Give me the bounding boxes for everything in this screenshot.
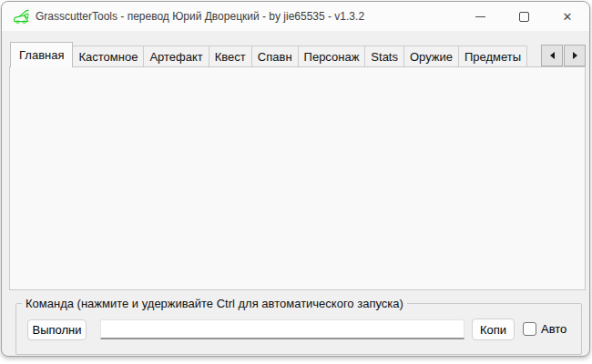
maximize-button[interactable] <box>505 2 543 31</box>
tab-quest[interactable]: Квест <box>209 46 252 67</box>
tab-strip: Главная Кастомное Артефакт Квест Спавн П… <box>10 42 527 67</box>
tab-character[interactable]: Персонаж <box>298 46 366 67</box>
window-title: GrasscutterTools - перевод Юрий Дворецки… <box>36 10 364 23</box>
auto-checkbox[interactable] <box>523 322 536 336</box>
tab-scroll-right-button[interactable] <box>564 45 586 66</box>
copy-command-button[interactable]: Копи <box>472 318 515 340</box>
maximize-icon <box>519 12 529 22</box>
tab-spawn[interactable]: Спавн <box>251 46 299 67</box>
tab-weapon[interactable]: Оружие <box>403 46 459 67</box>
tab-scroller <box>541 45 586 66</box>
command-input[interactable] <box>100 319 464 339</box>
tab-stats[interactable]: Stats <box>364 46 404 67</box>
command-group-title: Команда (нажмите и удерживайте Ctrl для … <box>22 297 407 310</box>
home-tab-panel <box>9 66 586 290</box>
tab-artifact[interactable]: Артефакт <box>143 46 209 67</box>
arrow-right-icon <box>573 52 577 59</box>
close-button[interactable]: ✕ <box>546 2 588 31</box>
app-window: GrasscutterTools - перевод Юрий Дворецки… <box>1 1 590 357</box>
minimize-icon <box>475 16 485 17</box>
tab-items[interactable]: Предметы <box>458 46 527 67</box>
app-logo-icon <box>14 9 30 25</box>
minimize-button[interactable] <box>461 2 499 31</box>
tab-scroll-left-button[interactable] <box>541 45 563 66</box>
titlebar: GrasscutterTools - перевод Юрий Дворецки… <box>2 2 589 31</box>
auto-label: Авто <box>541 322 566 336</box>
tab-custom[interactable]: Кастомное <box>72 46 144 67</box>
run-command-button[interactable]: Выполни <box>27 319 87 340</box>
command-groupbox: Команда (нажмите и удерживайте Ctrl для … <box>15 303 582 355</box>
screen: GrasscutterTools - перевод Юрий Дворецки… <box>0 0 592 364</box>
close-icon: ✕ <box>563 11 573 23</box>
tab-home[interactable]: Главная <box>10 42 73 67</box>
arrow-left-icon <box>550 52 555 59</box>
